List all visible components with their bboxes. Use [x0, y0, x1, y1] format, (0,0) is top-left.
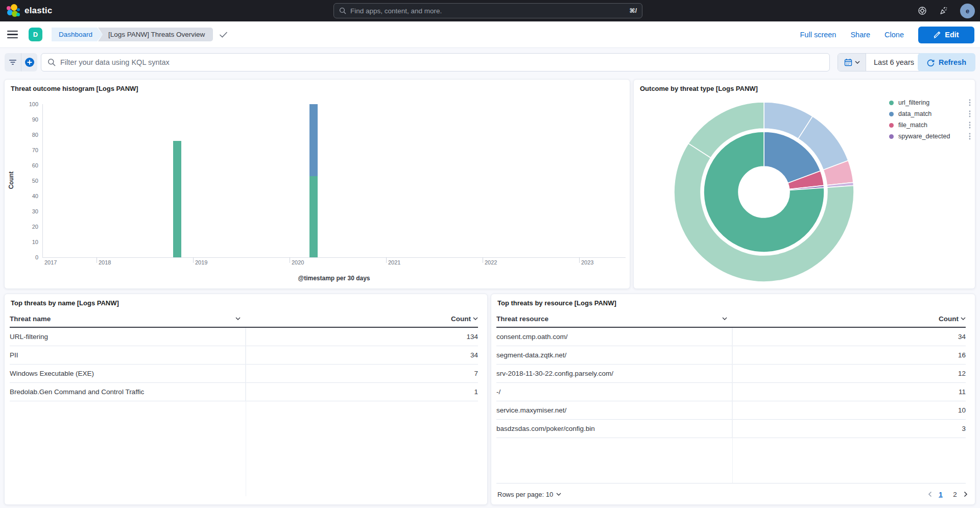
dashboard-actions: Full screen Share Clone Edit — [800, 21, 980, 48]
table-footer: Rows per page: 10 1 2 — [497, 488, 968, 500]
x-axis-tick-label: 2021 — [388, 259, 400, 265]
threat-cell: basdzsdas.com/poker/config.bin — [496, 420, 732, 438]
x-axis-tick-label: 2018 — [99, 259, 111, 265]
legend-dot — [889, 112, 894, 116]
filter-list-button[interactable] — [5, 53, 21, 71]
legend-item-spyware_detected[interactable]: spyware_detected — [889, 131, 971, 142]
table-row: basdzsdas.com/poker/config.bin3 — [496, 420, 966, 438]
saved-check-icon[interactable] — [219, 31, 228, 38]
column-header-threat-name[interactable]: Threat name — [10, 315, 246, 323]
search-icon — [339, 7, 346, 14]
breadcrumb: Dashboard [Logs PANW] Threats Overview — [52, 28, 228, 41]
legend-more-icon[interactable] — [969, 99, 971, 106]
share-link[interactable]: Share — [850, 31, 870, 39]
time-range-value[interactable]: Last 6 years — [866, 54, 922, 71]
count-cell: 11 — [732, 388, 966, 396]
breadcrumb-dashboard[interactable]: Dashboard — [52, 28, 103, 41]
count-cell: 134 — [246, 333, 478, 341]
y-axis-tick: 50 — [18, 178, 38, 184]
threat-cell: URL-filtering — [10, 328, 246, 346]
histogram-bar-segment[interactable] — [309, 104, 318, 176]
column-header-count[interactable]: Count — [732, 315, 966, 323]
x-axis-tick — [386, 257, 387, 263]
count-cell: 10 — [732, 406, 966, 414]
user-avatar[interactable]: e — [960, 4, 975, 18]
y-axis-title: Count — [8, 172, 15, 189]
next-page-icon[interactable] — [964, 491, 968, 497]
filter-controls — [5, 53, 37, 71]
threat-cell: Bredolab.Gen Command and Control Traffic — [10, 383, 246, 401]
threats-by-name-table: Threat name Count URL-filtering134PII34W… — [10, 310, 478, 401]
column-header-count[interactable]: Count — [246, 315, 478, 323]
x-axis-tick-label: 2022 — [485, 259, 497, 265]
elastic-logo-icon — [7, 4, 20, 17]
histogram-bar-segment[interactable] — [309, 176, 318, 257]
legend-more-icon[interactable] — [969, 122, 971, 129]
count-cell: 1 — [246, 388, 478, 396]
calendar-button[interactable] — [838, 54, 866, 71]
x-axis-title: @timestamp per 30 days — [42, 275, 626, 282]
table-row: PII34 — [10, 346, 478, 365]
x-axis-tick-label: 2019 — [195, 259, 207, 265]
legend-item-url_filtering[interactable]: url_filtering — [889, 97, 971, 108]
x-axis-line — [42, 257, 626, 258]
threat-cell: -/ — [496, 383, 732, 401]
x-axis-tick-label: 2020 — [292, 259, 304, 265]
legend-more-icon[interactable] — [969, 110, 971, 117]
x-axis-tick — [579, 257, 580, 263]
table-row: URL-filtering134 — [10, 328, 478, 346]
page-button-2[interactable]: 2 — [949, 489, 961, 500]
menu-icon[interactable] — [7, 29, 19, 41]
threats-by-resource-table: Threat resource Count consent.cmp.oath.c… — [496, 310, 966, 438]
panel-top-threats-by-name: Top threats by name [Logs PANW] Threat n… — [4, 294, 488, 505]
refresh-button[interactable]: Refresh — [918, 53, 975, 71]
x-axis-tick — [97, 257, 97, 263]
full-screen-link[interactable]: Full screen — [800, 31, 836, 39]
histogram-bar-segment[interactable] — [173, 141, 181, 257]
edit-button[interactable]: Edit — [918, 27, 974, 43]
chart-legend: url_filteringdata_matchfile_matchspyware… — [889, 97, 971, 142]
chevron-down-icon — [235, 317, 241, 320]
clone-link[interactable]: Clone — [885, 31, 904, 39]
table-body: consent.cmp.oath.com/34segment-data.zqtk… — [496, 328, 966, 438]
legend-item-data_match[interactable]: data_match — [889, 108, 971, 119]
legend-label: url_filtering — [898, 99, 969, 106]
global-search-input[interactable] — [350, 7, 630, 15]
panel-threat-outcome-histogram: Threat outcome histogram [Logs PANW] Cou… — [4, 79, 630, 289]
chevron-down-icon — [722, 317, 727, 320]
y-axis-line — [42, 104, 43, 257]
chevron-down-icon — [855, 61, 860, 64]
news-feed-icon[interactable] — [939, 6, 949, 16]
legend-item-file_match[interactable]: file_match — [889, 119, 971, 131]
y-axis-tick: 40 — [18, 193, 38, 199]
column-divider — [732, 328, 733, 483]
kql-search[interactable] — [41, 53, 830, 71]
count-cell: 16 — [732, 351, 966, 359]
add-filter-button[interactable] — [21, 53, 37, 71]
threat-cell: service.maxymiser.net/ — [496, 401, 732, 419]
global-search[interactable]: ⌘/ — [333, 3, 642, 18]
rows-per-page-selector[interactable]: Rows per page: 10 — [497, 491, 561, 498]
pencil-icon — [934, 31, 941, 38]
y-axis-tick: 20 — [18, 224, 38, 230]
column-header-threat-resource[interactable]: Threat resource — [496, 315, 732, 323]
kql-input[interactable] — [60, 58, 823, 66]
count-cell: 7 — [246, 370, 478, 377]
y-axis-tick: 0 — [18, 254, 38, 260]
space-badge[interactable]: D — [29, 28, 42, 41]
filter-bar: Last 6 years Refresh — [0, 48, 980, 77]
page-button-1[interactable]: 1 — [935, 489, 946, 500]
legend-dot — [889, 123, 894, 128]
elastic-logo[interactable]: elastic — [0, 4, 52, 17]
top-nav: elastic ⌘/ e — [0, 0, 980, 21]
plus-circle-icon — [25, 57, 35, 67]
y-axis-tick: 100 — [18, 101, 38, 107]
previous-page-icon[interactable] — [928, 491, 932, 497]
pagination: 1 2 — [928, 489, 968, 500]
x-axis-tick — [483, 257, 483, 263]
help-icon[interactable] — [917, 6, 927, 16]
count-cell: 12 — [732, 370, 966, 377]
y-axis-tick: 80 — [18, 132, 38, 138]
table-body: URL-filtering134PII34Windows Executable … — [10, 328, 478, 401]
legend-more-icon[interactable] — [969, 133, 971, 140]
